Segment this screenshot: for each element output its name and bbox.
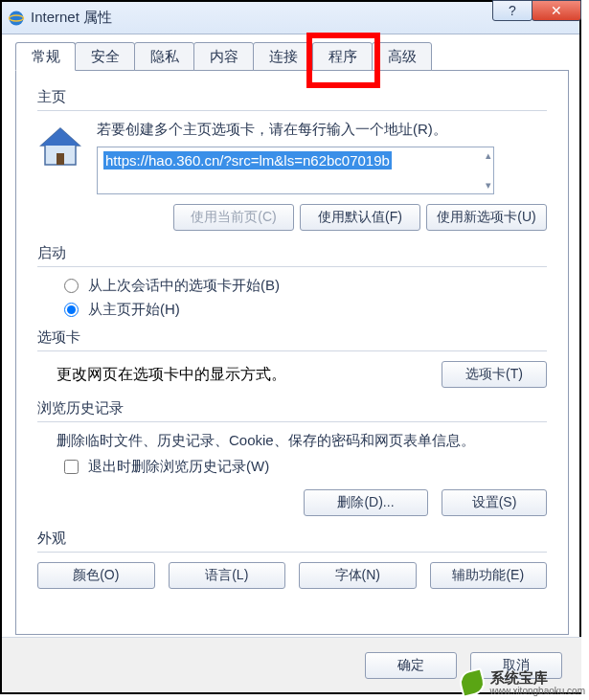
divider [37, 110, 547, 111]
radio-last-session[interactable]: 从上次会话中的选项卡开始(B) [64, 277, 547, 295]
titlebar: Internet 属性 ? ✕ [2, 2, 579, 34]
accessibility-button[interactable]: 辅助功能(E) [430, 562, 548, 589]
fonts-button[interactable]: 字体(N) [299, 562, 417, 589]
radio-home-input[interactable] [64, 303, 79, 317]
section-startup-label: 启动 [37, 244, 547, 262]
section-appearance-label: 外观 [37, 530, 547, 548]
delete-on-exit-label: 退出时删除浏览历史记录(W) [88, 458, 269, 476]
tab-0[interactable]: 常规 [15, 42, 76, 71]
tab-5[interactable]: 程序 [312, 42, 373, 71]
dialog-window: Internet 属性 ? ✕ 常规安全隐私内容连接程序高级 主页 若要创建多个… [0, 0, 581, 694]
use-newtab-button[interactable]: 使用新选项卡(U) [426, 204, 547, 231]
appearance-buttons: 颜色(O) 语言(L) 字体(N) 辅助功能(E) [37, 562, 547, 589]
home-icon [37, 124, 83, 170]
radio-last-session-label: 从上次会话中的选项卡开始(B) [88, 277, 280, 295]
tabs-section-row: 更改网页在选项卡中的显示方式。 选项卡(T) [57, 361, 547, 388]
ok-button[interactable]: 确定 [365, 652, 457, 679]
watermark-url: www.xitongbaoku.com [490, 686, 586, 696]
history-buttons: 删除(D)... 设置(S) [37, 489, 547, 516]
delete-button[interactable]: 删除(D)... [304, 489, 428, 516]
use-current-button[interactable]: 使用当前页(C) [173, 204, 294, 231]
tab-1[interactable]: 安全 [75, 42, 135, 71]
tab-panel-general: 主页 若要创建多个主页选项卡，请在每行输入一个地址(R)。 https://ha… [15, 70, 569, 635]
homepage-url: https://hao.360.cn/?src=lm&ls=n62bc07019… [103, 151, 392, 169]
colors-button[interactable]: 颜色(O) [37, 562, 155, 589]
tab-4[interactable]: 连接 [253, 42, 313, 71]
radio-last-session-input[interactable] [64, 279, 79, 293]
section-history-label: 浏览历史记录 [37, 399, 547, 418]
svg-marker-3 [41, 128, 79, 146]
delete-on-exit-input[interactable] [64, 460, 79, 474]
use-default-button[interactable]: 使用默认值(F) [300, 204, 420, 231]
home-row: 若要创建多个主页选项卡，请在每行输入一个地址(R)。 https://hao.3… [37, 121, 547, 194]
leaf-icon [457, 667, 487, 698]
help-button[interactable]: ? [492, 0, 532, 21]
ie-icon [8, 10, 25, 27]
radio-home-label: 从主页开始(H) [88, 301, 180, 319]
history-desc: 删除临时文件、历史记录、Cookie、保存的密码和网页表单信息。 [57, 432, 547, 450]
divider [37, 421, 547, 422]
delete-on-exit-check[interactable]: 退出时删除浏览历史记录(W) [64, 458, 547, 476]
radio-home[interactable]: 从主页开始(H) [64, 301, 547, 319]
watermark-name: 系统宝库 [490, 670, 586, 687]
svg-point-0 [10, 11, 24, 25]
home-desc: 若要创建多个主页选项卡，请在每行输入一个地址(R)。 [97, 121, 547, 139]
tabs-desc: 更改网页在选项卡中的显示方式。 [57, 365, 286, 385]
divider [37, 552, 547, 553]
window-buttons: ? ✕ [493, 0, 581, 21]
section-tabs-label: 选项卡 [37, 328, 547, 347]
tab-3[interactable]: 内容 [193, 42, 254, 71]
close-button[interactable]: ✕ [532, 0, 581, 21]
settings-button[interactable]: 设置(S) [442, 489, 547, 516]
divider [37, 350, 547, 351]
watermark: 系统宝库 www.xitongbaoku.com [460, 670, 586, 697]
scroll-hints: ▴▾ [486, 149, 491, 192]
tab-strip: 常规安全隐私内容连接程序高级 [15, 42, 431, 71]
divider [37, 266, 547, 267]
languages-button[interactable]: 语言(L) [169, 562, 286, 589]
home-right: 若要创建多个主页选项卡，请在每行输入一个地址(R)。 https://hao.3… [97, 121, 547, 194]
tab-6[interactable]: 高级 [372, 42, 432, 71]
homepage-textarea[interactable]: https://hao.360.cn/?src=lm&ls=n62bc07019… [97, 147, 494, 194]
svg-rect-4 [57, 153, 64, 165]
tab-2[interactable]: 隐私 [134, 42, 194, 71]
section-home-label: 主页 [37, 88, 547, 106]
home-buttons: 使用当前页(C) 使用默认值(F) 使用新选项卡(U) [37, 204, 547, 231]
tabs-button[interactable]: 选项卡(T) [442, 361, 547, 388]
